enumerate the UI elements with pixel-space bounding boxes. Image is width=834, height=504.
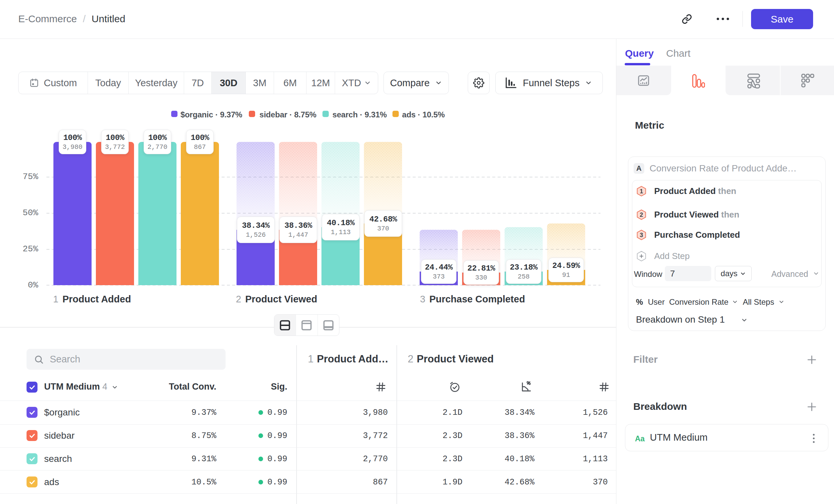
svg-text:3: 3	[640, 232, 643, 238]
svg-text:1: 1	[640, 188, 643, 194]
svg-text:2: 2	[640, 211, 643, 218]
